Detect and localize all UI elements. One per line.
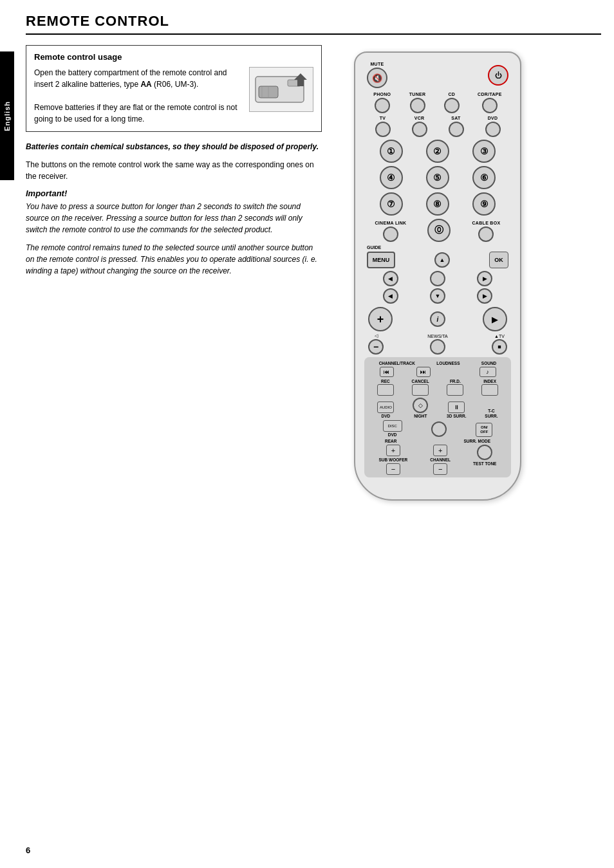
- btn-1[interactable]: ①: [380, 140, 403, 163]
- menu-button[interactable]: MENU: [367, 252, 395, 268]
- mute-icon: 🔇: [372, 73, 382, 83]
- phono-button[interactable]: [375, 98, 390, 113]
- rec-button[interactable]: [377, 384, 394, 396]
- rear-surr-labels: REAR SURR. MODE: [368, 439, 507, 443]
- nav-center-button[interactable]: [430, 271, 445, 286]
- info-button[interactable]: i: [430, 311, 445, 327]
- cd-button[interactable]: [444, 98, 460, 113]
- sound-button[interactable]: ♪: [479, 367, 496, 377]
- nav-down-left-button[interactable]: ◀: [383, 288, 398, 304]
- surr-mode-label: SURR. MODE: [463, 439, 490, 443]
- nav-down-right-button[interactable]: ▶: [477, 288, 492, 304]
- zero-item: ⓪: [427, 219, 451, 242]
- disc-nav-button[interactable]: [431, 421, 447, 437]
- nav-up-button[interactable]: ▲: [434, 252, 450, 268]
- cinema-link-item: CINEMA LINK: [375, 221, 407, 242]
- btn-9[interactable]: ⑨: [472, 192, 496, 216]
- audio-item: AUDIO DVD: [377, 402, 394, 418]
- top-row: MUTE 🔇 ⏻: [364, 62, 511, 88]
- btn-3[interactable]: ③: [472, 140, 496, 163]
- vol-arrow-down-label: ◁: [375, 333, 378, 338]
- night-label: NIGHT: [414, 414, 427, 418]
- cable-box-button[interactable]: [478, 226, 494, 242]
- nav-down-button[interactable]: ▼: [430, 288, 445, 304]
- vcr-button[interactable]: [412, 122, 427, 137]
- important-text1: You have to press a source button for lo…: [26, 201, 322, 235]
- audio-button[interactable]: AUDIO: [377, 402, 394, 413]
- surr3d-button[interactable]: ⏸: [448, 402, 465, 413]
- frd-item: FR.D.: [447, 379, 463, 396]
- prev-button[interactable]: ⏮: [380, 367, 394, 377]
- page-number: 6: [26, 845, 30, 855]
- rear-plus-button[interactable]: +: [433, 445, 447, 456]
- power-icon: ⏻: [495, 71, 502, 79]
- vol-minus-button[interactable]: −: [368, 339, 384, 355]
- nav-right-button[interactable]: ▶: [477, 271, 492, 286]
- btn-2[interactable]: ②: [426, 140, 449, 163]
- vcr-label: VCR: [414, 116, 425, 120]
- tc-item: T-C SURR.: [485, 409, 498, 418]
- menu-ok-row: MENU ▲ OK: [367, 252, 508, 268]
- source-row-2: TV VCR SAT DVD: [364, 116, 511, 137]
- play-item: ▶: [483, 307, 507, 331]
- numpad: ① ② ③ ④ ⑤ ⑥ ⑦ ⑧ ⑨: [364, 140, 511, 216]
- btn-4[interactable]: ④: [380, 166, 403, 189]
- btn-0[interactable]: ⓪: [427, 219, 451, 242]
- onoff-item: ON/ OFF: [476, 423, 492, 437]
- subwoofer-col: + SUB WOOFER −: [379, 445, 408, 475]
- btn-8[interactable]: ⑧: [426, 192, 449, 216]
- cancel-button[interactable]: [412, 384, 429, 396]
- testtone-col: TEST TONE: [473, 445, 496, 466]
- frd-button[interactable]: [447, 384, 463, 396]
- sidebar: English: [0, 51, 14, 180]
- play-button[interactable]: ▶: [483, 307, 507, 331]
- disc-item: DISC DVD: [383, 420, 402, 437]
- cancel-label: CANCEL: [412, 379, 429, 383]
- news-ta-label: NEWS/TA: [427, 334, 447, 338]
- sat-button[interactable]: [449, 122, 464, 137]
- usage-box-title: Remote control usage: [34, 52, 313, 62]
- mute-button[interactable]: 🔇: [367, 68, 387, 88]
- cdrtape-button[interactable]: [482, 98, 498, 113]
- cinema-link-button[interactable]: [383, 226, 398, 242]
- tc-label: T-C: [488, 409, 494, 413]
- vol-plus-button[interactable]: +: [368, 307, 393, 331]
- rear-minus-button[interactable]: −: [433, 463, 447, 475]
- next-button[interactable]: ⏭: [416, 367, 431, 377]
- index-label: INDEX: [483, 379, 496, 383]
- dvd-label: DVD: [382, 414, 391, 418]
- warning-text: Batteries contain chemical substances, s…: [26, 141, 322, 152]
- dvddisc-label: DVD: [388, 432, 397, 437]
- stop-button[interactable]: ■: [492, 339, 507, 355]
- onoff-button[interactable]: ON/ OFF: [476, 423, 492, 437]
- subwoofer-plus-button[interactable]: +: [386, 445, 400, 456]
- right-column: MUTE 🔇 ⏻ PHONO: [335, 45, 541, 501]
- vol-row: + i ▶: [364, 307, 511, 331]
- cable-box-label: CABLE BOX: [472, 221, 501, 225]
- testtone-button[interactable]: [477, 445, 492, 460]
- btn-6[interactable]: ⑥: [472, 166, 496, 189]
- ok-button[interactable]: OK: [489, 252, 508, 268]
- testtone-label: TEST TONE: [473, 461, 496, 466]
- night-button[interactable]: ◇: [413, 398, 428, 413]
- tuner-button[interactable]: [410, 98, 425, 113]
- tv-button[interactable]: [375, 122, 391, 137]
- rear-label: REAR: [385, 439, 396, 443]
- power-button[interactable]: ⏻: [488, 65, 508, 86]
- blank-btn-item: [431, 421, 447, 437]
- news-ta-button[interactable]: [430, 339, 445, 355]
- disc-button[interactable]: DISC: [383, 420, 402, 432]
- btn-7[interactable]: ⑦: [380, 192, 403, 216]
- body-text1: The buttons on the remote control work t…: [26, 159, 322, 182]
- dvd-src-button[interactable]: [485, 122, 501, 137]
- night-item: ◇ NIGHT: [413, 398, 428, 418]
- left-column: Remote control usage Open the battery co…: [26, 45, 322, 501]
- index-button[interactable]: [481, 384, 498, 396]
- cd-item: CD: [444, 92, 460, 113]
- surr3d-item: ⏸ 3D SURR.: [447, 402, 466, 418]
- subwoofer-minus-button[interactable]: −: [386, 463, 400, 475]
- cable-box-item: CABLE BOX: [472, 221, 501, 242]
- rec-label: REC: [381, 379, 390, 383]
- btn-5[interactable]: ⑤: [426, 166, 449, 189]
- nav-left-button[interactable]: ◀: [383, 271, 398, 286]
